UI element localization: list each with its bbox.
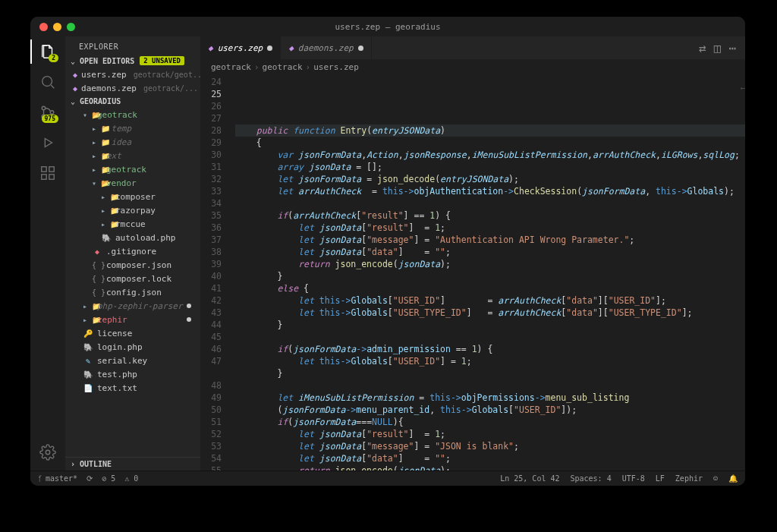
scroll-indicator-icon: ⟵: [741, 82, 745, 94]
open-editors-header[interactable]: ⌄OPEN EDITORS 2 UNSAVED: [65, 54, 200, 68]
tree-item[interactable]: { }composer.lock: [65, 272, 200, 285]
tree-item[interactable]: ▸ 📁razorpay: [65, 203, 200, 217]
project-header[interactable]: ⌄GEORADIUS: [65, 95, 200, 108]
code-content[interactable]: ⟵ public function Entry(entryJSONData) {…: [232, 74, 745, 471]
tree-item[interactable]: 🐘autoload.php: [65, 231, 200, 244]
svg-rect-7: [49, 167, 54, 172]
notifications-bell-icon[interactable]: 🔔: [728, 474, 738, 483]
compare-icon[interactable]: ⇄: [699, 41, 706, 55]
breadcrumb[interactable]: geotrack›geotrack›users.zep: [200, 59, 745, 74]
explorer-icon[interactable]: 2: [39, 42, 57, 61]
breadcrumb-segment[interactable]: users.zep: [313, 62, 359, 72]
git-branch[interactable]: ᚶ master*: [38, 474, 77, 483]
debug-icon[interactable]: [39, 134, 57, 152]
sync-icon[interactable]: ⟳: [87, 474, 93, 483]
search-icon[interactable]: [39, 73, 57, 91]
breadcrumb-segment[interactable]: geotrack: [263, 62, 303, 72]
tree-item[interactable]: 🐘login.php: [65, 340, 200, 354]
breadcrumb-segment[interactable]: geotrack: [211, 62, 251, 72]
tree-item[interactable]: ▸ 📁zephir: [65, 313, 200, 326]
activity-bar: 2 975: [30, 36, 65, 471]
tree-item[interactable]: ▸ 📁rmccue: [65, 217, 200, 231]
sidebar-title: EXPLORER: [65, 36, 200, 54]
tree-item[interactable]: 🐘test.php: [65, 367, 200, 381]
close-window-icon[interactable]: [39, 23, 48, 31]
unsaved-badge: 2 UNSAVED: [140, 56, 184, 65]
tree-item[interactable]: ▾ 📂geotrack: [65, 108, 200, 121]
tree-item[interactable]: ◆.gitignore: [65, 244, 200, 258]
tree-item[interactable]: 🔑license: [65, 326, 200, 340]
svg-point-8: [46, 450, 50, 455]
errors-count[interactable]: ⊘ 5: [102, 474, 115, 483]
app-body: 2 975 EXPLORER: [30, 36, 745, 471]
eol[interactable]: LF: [656, 474, 665, 483]
editor-tab[interactable]: ◆users.zep: [200, 36, 281, 59]
open-editors-list: ◆users.zepgeotrack/geot...◆daemons.zepge…: [65, 68, 200, 95]
line-gutter: 2425262728293031323334353637383940414243…: [200, 74, 232, 471]
warnings-count[interactable]: ⚠ 0: [124, 474, 138, 483]
svg-point-3: [50, 111, 54, 115]
tree-item[interactable]: ▸ 📁composer: [65, 190, 200, 203]
maximize-window-icon[interactable]: [67, 23, 75, 31]
tree-item[interactable]: 📄text.txt: [65, 381, 200, 395]
tree-item[interactable]: ▸ 📁geotrack: [65, 162, 200, 176]
svg-point-0: [42, 77, 52, 87]
settings-gear-icon[interactable]: [39, 443, 57, 461]
indent-setting[interactable]: Spaces: 4: [571, 474, 612, 483]
explorer-badge: 2: [49, 54, 58, 62]
open-editors-label: OPEN EDITORS: [80, 57, 134, 65]
svg-point-1: [42, 106, 46, 110]
tree-item[interactable]: ▸ 📁php-zephir-parser: [65, 299, 200, 313]
svg-rect-4: [42, 167, 46, 172]
file-tree: ▾ 📂geotrack▸ 📁.temp▸ 📁.idea▸ 📁ext▸ 📁geot…: [65, 108, 200, 457]
editor-window: users.zep — georadius 2 975: [30, 17, 745, 486]
minimize-window-icon[interactable]: [53, 23, 61, 31]
editor-tab[interactable]: ◆daemons.zep: [281, 36, 371, 59]
tree-item[interactable]: ▾ 📂vendor: [65, 176, 200, 190]
tree-item[interactable]: ✎serial.key: [65, 354, 200, 367]
feedback-icon[interactable]: ☺: [713, 474, 718, 483]
editor-actions: ⇄ ◫ ⋯: [699, 36, 745, 59]
tab-bar: ◆users.zep◆daemons.zep ⇄ ◫ ⋯: [200, 36, 745, 59]
tree-item[interactable]: ▸ 📁.temp: [65, 121, 200, 135]
tree-item[interactable]: ▸ 📁ext: [65, 149, 200, 162]
scm-badge: 975: [42, 115, 58, 123]
more-actions-icon[interactable]: ⋯: [728, 41, 736, 55]
editor-area: ◆users.zep◆daemons.zep ⇄ ◫ ⋯ geotrack›ge…: [200, 36, 745, 471]
project-label: GEORADIUS: [80, 97, 121, 105]
sidebar: EXPLORER ⌄OPEN EDITORS 2 UNSAVED ◆users.…: [65, 36, 200, 471]
titlebar[interactable]: users.zep — georadius: [30, 17, 745, 36]
statusbar: ᚶ master* ⟳ ⊘ 5 ⚠ 0 Ln 25, Col 42 Spaces…: [30, 471, 745, 486]
outline-header[interactable]: ›OUTLINE: [65, 457, 200, 471]
tree-item[interactable]: { }composer.json: [65, 258, 200, 272]
open-editor-item[interactable]: ◆daemons.zepgeotrack/...: [65, 81, 200, 95]
open-editor-item[interactable]: ◆users.zepgeotrack/geot...: [65, 68, 200, 81]
outline-label: OUTLINE: [80, 460, 112, 468]
window-controls: [30, 23, 75, 31]
scm-icon[interactable]: 975: [39, 103, 57, 121]
tree-item[interactable]: { }config.json: [65, 285, 200, 299]
window-title: users.zep — georadius: [30, 22, 745, 32]
language-mode[interactable]: Zephir: [675, 474, 703, 483]
svg-rect-5: [42, 175, 46, 179]
cursor-position[interactable]: Ln 25, Col 42: [500, 474, 559, 483]
encoding[interactable]: UTF-8: [622, 474, 645, 483]
svg-rect-6: [49, 175, 54, 179]
split-editor-icon[interactable]: ◫: [714, 41, 722, 55]
code-editor[interactable]: 2425262728293031323334353637383940414243…: [200, 74, 745, 471]
extensions-icon[interactable]: [39, 164, 57, 182]
tree-item[interactable]: ▸ 📁.idea: [65, 135, 200, 149]
